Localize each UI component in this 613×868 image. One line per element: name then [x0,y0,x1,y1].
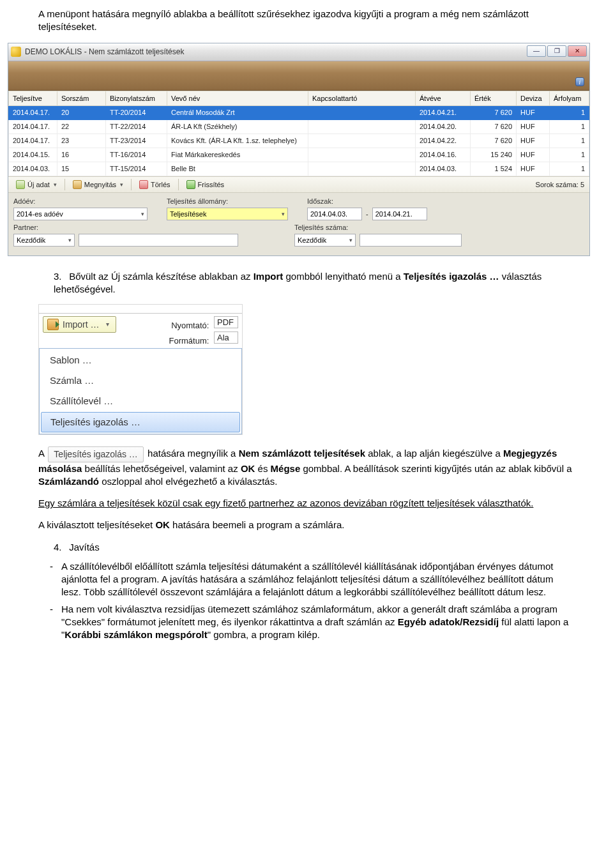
grid-header: TeljesítveSorszámBizonylatszámVevő névKa… [9,91,589,106]
window-title: DEMO LOKÁLIS - Nem számlázott teljesítés… [25,47,184,57]
cell: TT-23/2014 [106,134,167,148]
menu-item-szamla[interactable]: Számla … [40,370,241,391]
cell: 1 [550,120,589,134]
cell: TT-20/2014 [106,106,167,120]
close-button[interactable]: ✕ [568,45,587,57]
item3-text: Bővült az Új számla készítése ablakban a… [54,271,541,294]
separator [64,179,65,190]
list-item-3: 3. Bővült az Új számla készítése ablakba… [54,270,575,296]
t-bold: Import [254,271,284,282]
t-bold: Teljesítés igazolás … [404,271,499,282]
printer-value[interactable]: PDF [214,316,238,329]
info-icon[interactable]: i [575,77,584,86]
table-row[interactable]: 2014.04.17.22TT-22/2014ÁR-LA Kft (Székhe… [9,120,589,134]
cell: 1 [550,162,589,176]
col-header[interactable]: Érték [471,91,517,106]
inline-button-teljesites-igazolas: Teljesítés igazolás … [48,446,144,462]
cell: Belle Bt [167,162,308,176]
partner-input[interactable] [79,234,238,247]
cell: 23 [57,134,106,148]
partner-mode-combo[interactable]: Kezdődik [13,234,75,247]
cell [308,162,416,176]
chevron-down-icon: ▾ [120,181,123,188]
cell: ÁR-LA Kft (Székhely) [167,120,308,134]
paragraph-ok-import: A kiválasztott teljesítéseket OK hatásár… [38,519,575,531]
data-grid[interactable]: TeljesítveSorszámBizonylatszámVevő névKa… [8,91,589,176]
perf-file-label: Teljesítés állomány: [167,197,294,206]
col-header[interactable]: Sorszám [57,91,106,106]
cell: 2014.04.17. [9,106,57,120]
menu-item-szallitolevel[interactable]: Szállítólevél … [40,391,241,411]
open-icon [73,180,82,189]
delete-button[interactable]: Törlés [135,179,174,191]
refresh-button[interactable]: Frissítés [183,179,229,191]
cell: 1 524 [471,162,517,176]
cell [308,120,416,134]
col-header[interactable]: Átvéve [416,91,471,106]
table-row[interactable]: 2014.04.17.20TT-20/2014Centrál Mosodák Z… [9,106,589,120]
cell: 2014.04.15. [9,148,57,162]
t-bold: Nem számlázott teljesítések [239,448,365,459]
cell: 2014.04.21. [416,106,471,120]
t: beállítás lehetőségeivel, valamint az [82,463,240,474]
import-icon [47,319,59,330]
cell: 2014.04.03. [416,162,471,176]
cell: 2014.04.17. [9,134,57,148]
period-sep: - [366,209,368,219]
taxyear-combo[interactable]: 2014-es adóév [13,208,148,220]
period-from-input[interactable]: 2014.04.03. [307,208,362,220]
menu-item-sablon[interactable]: Sablon … [40,350,241,370]
table-row[interactable]: 2014.04.17.23TT-23/2014Kovács Kft. (ÁR-L… [9,134,589,148]
delete-icon [139,180,148,189]
table-row[interactable]: 2014.04.03.15TT-15/2014Belle Bt2014.04.0… [9,162,589,176]
minimize-button[interactable]: — [527,45,546,57]
perf-file-combo[interactable]: Teljesítések [167,208,288,220]
cell [308,106,416,120]
app-window-unbilled-performances: DEMO LOKÁLIS - Nem számlázott teljesítés… [8,43,590,257]
period-to-input[interactable]: 2014.04.21. [372,208,427,220]
cell: TT-15/2014 [106,162,167,176]
dash: - [50,603,61,616]
chevron-down-icon: ▾ [106,320,109,329]
perf-number-label: Teljesítés száma: [294,223,462,232]
col-header[interactable]: Deviza [517,91,550,106]
cell: HUF [517,162,550,176]
t-bold: OK [241,463,255,474]
intro-paragraph: A menüpont hatására megnyíló ablakba a b… [38,8,575,34]
perf-number-input[interactable] [359,234,462,247]
print-settings: Nyomtató: PDF Formátum: Ala [158,316,238,347]
open-button[interactable]: Megnyitás ▾ [69,179,127,191]
period-label: Időszak: [307,197,427,206]
menu-item-teljesites-igazolas[interactable]: Teljesítés igazolás … [41,412,240,432]
printer-label: Nyomtató: [158,320,209,331]
col-header[interactable]: Vevő név [167,91,308,106]
col-header[interactable]: Teljesítve [9,91,57,106]
col-header[interactable]: Bizonylatszám [106,91,167,106]
cell: HUF [517,134,550,148]
titlebar: DEMO LOKÁLIS - Nem számlázott teljesítés… [8,43,589,61]
maximize-button[interactable]: ❐ [547,45,566,57]
table-row[interactable]: 2014.04.15.16TT-16/2014Fiat Márkakereske… [9,148,589,162]
cell: TT-22/2014 [106,120,167,134]
col-header[interactable]: Árfolyam [550,91,589,106]
snippet-toolbar-row: Import … ▾ Nyomtató: PDF Formátum: Ala [39,314,242,348]
col-header[interactable]: Kapcsolattartó [308,91,416,106]
t: " gombra, a program kilép. [208,629,320,640]
ribbon-bar: i [8,61,589,91]
new-icon [16,180,25,189]
import-button[interactable]: Import … ▾ [43,316,116,333]
t-bold: Korábbi számlákon megspórolt [64,629,207,640]
chevron-down-icon: ▾ [54,181,57,188]
paragraph-teljesites-igazolas: A Teljesítés igazolás … hatására megnyíl… [38,446,575,488]
cell: 2014.04.03. [9,162,57,176]
paragraph-restriction: Egy számlára a teljesítések közül csak e… [38,497,575,510]
list-number: 3. [54,270,66,283]
format-label: Formátum: [158,335,209,347]
perf-number-mode-combo[interactable]: Kezdődik [294,234,356,247]
format-value[interactable]: Ala [214,331,238,344]
cell [308,148,416,162]
separator [131,179,132,190]
new-button[interactable]: Új adat ▾ [12,179,61,191]
t: hatására beemeli a program a számlára. [170,519,344,530]
t: gombból lenyitható menü a [283,271,403,282]
